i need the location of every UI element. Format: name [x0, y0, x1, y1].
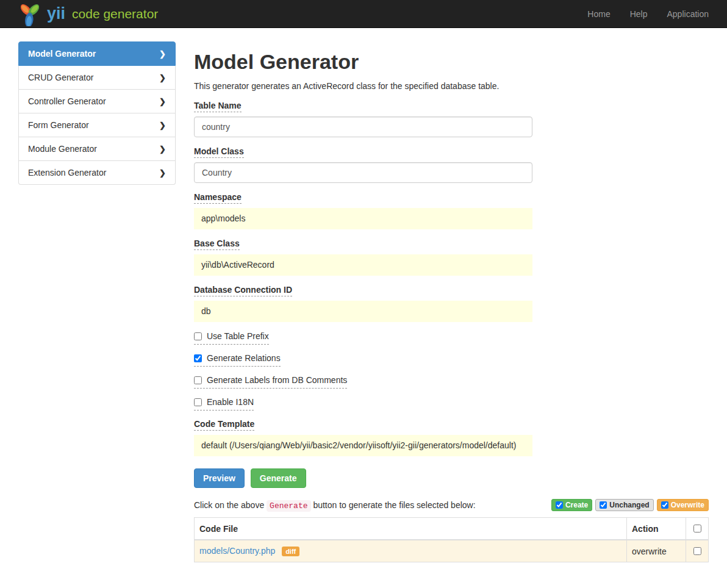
main-content: Model Generator This generator generates…	[194, 41, 709, 562]
checkbox-enable-i18n: Enable I18N	[194, 397, 709, 411]
filter-overwrite-checkbox[interactable]	[661, 501, 668, 509]
model-class-label[interactable]: Model Class	[194, 146, 244, 158]
page-container: Model Generator ❯ CRUD Generator ❯ Contr…	[0, 28, 727, 587]
sidebar-item-label: Extension Generator	[28, 168, 106, 177]
field-db-connection-id: Database Connection ID db	[194, 285, 532, 322]
brand-subtitle: code generator	[72, 7, 158, 20]
sidebar-item-label: Form Generator	[28, 120, 89, 130]
field-table-name: Table Name	[194, 101, 532, 137]
namespace-value[interactable]: app\models	[194, 208, 532, 229]
enable-i18n-checkbox[interactable]	[194, 398, 202, 406]
table-header-row: Code File Action	[195, 518, 709, 540]
brand[interactable]: yii code generator	[18, 2, 158, 26]
checkbox-label-text: Generate Labels from DB Comments	[207, 375, 347, 385]
base-class-value[interactable]: yii\db\ActiveRecord	[194, 254, 532, 276]
enable-i18n-option[interactable]: Enable I18N	[194, 397, 254, 411]
generate-relations-option[interactable]: Generate Relations	[194, 353, 281, 367]
sidebar-item-label: Module Generator	[28, 144, 97, 154]
filter-unchanged-checkbox[interactable]	[600, 501, 607, 509]
field-namespace: Namespace app\models	[194, 192, 532, 229]
generate-relations-checkbox[interactable]	[194, 354, 202, 362]
generator-sidebar: Model Generator ❯ CRUD Generator ❯ Contr…	[18, 41, 176, 185]
filter-label: Create	[565, 501, 588, 509]
code-template-value[interactable]: default (/Users/qiang/Web/yii/basic2/ven…	[194, 435, 532, 456]
chevron-right-icon: ❯	[159, 168, 166, 177]
filter-overwrite-button[interactable]: Overwrite	[657, 499, 709, 511]
action-cell: overwrite	[627, 540, 686, 562]
page-title: Model Generator	[194, 50, 709, 74]
code-template-label[interactable]: Code Template	[194, 419, 254, 431]
filter-label: Unchanged	[609, 501, 649, 509]
chevron-right-icon: ❯	[159, 73, 166, 82]
row-select-checkbox[interactable]	[693, 547, 701, 555]
code-file-link[interactable]: models/Country.php	[199, 546, 275, 556]
top-navbar: yii code generator Home Help Application	[0, 0, 727, 28]
checkbox-label-text: Generate Relations	[207, 353, 281, 363]
sidebar-item-model-generator[interactable]: Model Generator ❯	[18, 41, 176, 66]
sidebar-item-label: Model Generator	[28, 49, 96, 59]
use-table-prefix-option[interactable]: Use Table Prefix	[194, 331, 269, 345]
header-action: Action	[627, 518, 686, 540]
generate-hint: Click on the above Generate button to ge…	[194, 500, 476, 511]
sidebar-item-label: Controller Generator	[28, 96, 106, 106]
sidebar-item-module-generator[interactable]: Module Generator ❯	[18, 137, 176, 161]
table-row: models/Country.php diff overwrite	[195, 540, 709, 562]
action-buttons: Preview Generate	[194, 468, 709, 488]
checkbox-generate-relations: Generate Relations	[194, 353, 709, 367]
hint-code-generate: Generate	[267, 500, 310, 512]
field-base-class: Base Class yii\db\ActiveRecord	[194, 238, 532, 276]
yii-logo-icon	[18, 2, 41, 26]
filter-unchanged-button[interactable]: Unchanged	[595, 499, 653, 511]
code-files-table: Code File Action models/Country.php diff…	[194, 517, 709, 562]
table-name-label[interactable]: Table Name	[194, 101, 242, 112]
generator-description: This generator generates an ActiveRecord…	[194, 81, 709, 91]
db-connection-id-label[interactable]: Database Connection ID	[194, 285, 292, 296]
sidebar-item-controller-generator[interactable]: Controller Generator ❯	[18, 90, 176, 113]
brand-yii-text: yii	[47, 5, 65, 22]
navbar-links: Home Help Application	[568, 9, 709, 19]
header-code-file: Code File	[195, 518, 627, 540]
sidebar-item-form-generator[interactable]: Form Generator ❯	[18, 113, 176, 137]
nav-link-home[interactable]: Home	[587, 9, 610, 19]
checkbox-generate-labels: Generate Labels from DB Comments	[194, 375, 709, 389]
checkbox-label-text: Enable I18N	[207, 397, 254, 407]
db-connection-id-value[interactable]: db	[194, 301, 532, 322]
sidebar-item-label: CRUD Generator	[28, 73, 93, 82]
nav-link-application[interactable]: Application	[667, 9, 709, 19]
field-code-template: Code Template default (/Users/qiang/Web/…	[194, 419, 532, 456]
result-filters: Create Unchanged Overwrite	[548, 499, 709, 511]
namespace-label[interactable]: Namespace	[194, 192, 242, 204]
sidebar-item-extension-generator[interactable]: Extension Generator ❯	[18, 161, 176, 185]
filter-create-checkbox[interactable]	[556, 501, 563, 509]
hint-suffix: button to generate the files selected be…	[313, 500, 475, 510]
field-model-class: Model Class	[194, 146, 532, 183]
chevron-right-icon: ❯	[159, 97, 166, 106]
results-bar: Click on the above Generate button to ge…	[194, 499, 709, 511]
base-class-label[interactable]: Base Class	[194, 238, 240, 250]
preview-button[interactable]: Preview	[194, 468, 245, 488]
chevron-right-icon: ❯	[159, 121, 166, 130]
diff-badge[interactable]: diff	[282, 547, 299, 556]
use-table-prefix-checkbox[interactable]	[194, 332, 202, 340]
generate-button[interactable]: Generate	[251, 468, 306, 488]
model-class-input[interactable]	[194, 162, 532, 183]
nav-link-help[interactable]: Help	[630, 9, 648, 19]
checkbox-use-table-prefix: Use Table Prefix	[194, 331, 709, 345]
table-name-input[interactable]	[194, 117, 532, 137]
chevron-right-icon: ❯	[159, 145, 166, 154]
filter-label: Overwrite	[671, 501, 704, 509]
sidebar-item-crud-generator[interactable]: CRUD Generator ❯	[18, 66, 176, 90]
filter-create-button[interactable]: Create	[551, 499, 592, 511]
generate-labels-checkbox[interactable]	[194, 376, 202, 384]
hint-prefix: Click on the above	[194, 500, 264, 510]
checkbox-label-text: Use Table Prefix	[207, 331, 269, 341]
generate-labels-option[interactable]: Generate Labels from DB Comments	[194, 375, 347, 389]
chevron-right-icon: ❯	[159, 49, 166, 59]
select-all-checkbox[interactable]	[693, 525, 701, 532]
